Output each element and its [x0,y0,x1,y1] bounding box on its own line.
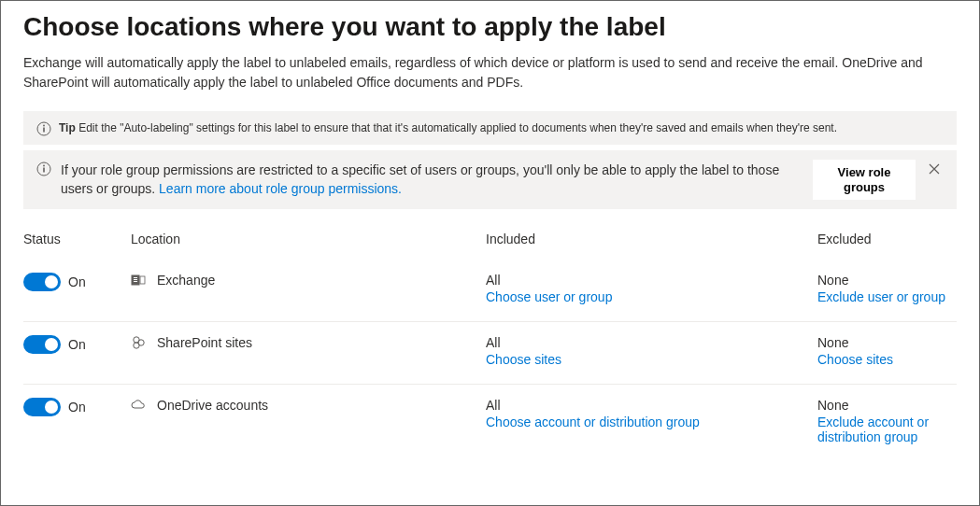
table-row: On Exchange All Choose user or group Non… [23,260,957,322]
excluded-value: None [817,273,957,288]
header-location: Location [131,232,486,246]
svg-rect-8 [134,279,137,280]
header-included: Included [486,232,817,246]
choose-included-link[interactable]: Choose sites [486,352,817,367]
table-header-row: Status Location Included Excluded [23,226,957,260]
location-label: Exchange [157,273,215,288]
location-label: OneDrive accounts [157,398,268,413]
svg-rect-10 [140,276,145,284]
status-toggle[interactable] [23,398,61,416]
table-row: On SharePoint sites All Choose sites Non… [23,322,957,385]
page-title: Choose locations where you want to apply… [23,12,957,42]
svg-rect-9 [134,281,137,282]
view-role-groups-button[interactable]: View rolegroups [813,160,916,200]
choose-included-link[interactable]: Choose user or group [486,289,817,304]
status-label: On [68,400,86,415]
locations-table: Status Location Included Excluded On Exc… [23,226,957,461]
status-label: On [68,274,86,289]
status-toggle[interactable] [23,335,61,354]
included-value: All [486,335,817,350]
page-description: Exchange will automatically apply the la… [23,53,957,92]
onedrive-icon [131,398,146,413]
exchange-icon [131,273,146,288]
choose-included-link[interactable]: Choose account or distribution group [486,415,817,429]
close-icon[interactable] [925,160,944,178]
header-status: Status [23,232,131,246]
status-toggle[interactable] [23,273,61,291]
excluded-value: None [817,398,957,413]
svg-point-1 [43,125,45,127]
svg-rect-7 [134,277,137,278]
header-excluded: Excluded [817,232,957,246]
role-infobar: If your role group permissions are restr… [23,150,957,209]
info-icon [36,121,51,136]
learn-more-link[interactable]: Learn more about role group permissions. [159,181,402,196]
role-infobar-message: If your role group permissions are restr… [61,160,803,198]
svg-rect-5 [43,168,45,173]
sharepoint-icon [131,335,146,350]
svg-rect-2 [43,128,45,133]
included-value: All [486,273,817,288]
tip-infobar: Tip Edit the "Auto-labeling" settings fo… [23,111,957,145]
choose-excluded-link[interactable]: Choose sites [817,352,957,367]
choose-excluded-link[interactable]: Exclude user or group [817,289,957,304]
svg-point-13 [134,343,139,348]
tip-text: Tip Edit the "Auto-labeling" settings fo… [59,121,837,134]
info-icon [36,162,51,176]
table-row: On OneDrive accounts All Choose account … [23,385,957,461]
excluded-value: None [817,335,957,350]
included-value: All [486,398,817,413]
status-label: On [68,337,86,352]
choose-excluded-link[interactable]: Exclude account or distribution group [817,415,957,444]
svg-point-4 [43,165,45,167]
location-label: SharePoint sites [157,335,252,350]
